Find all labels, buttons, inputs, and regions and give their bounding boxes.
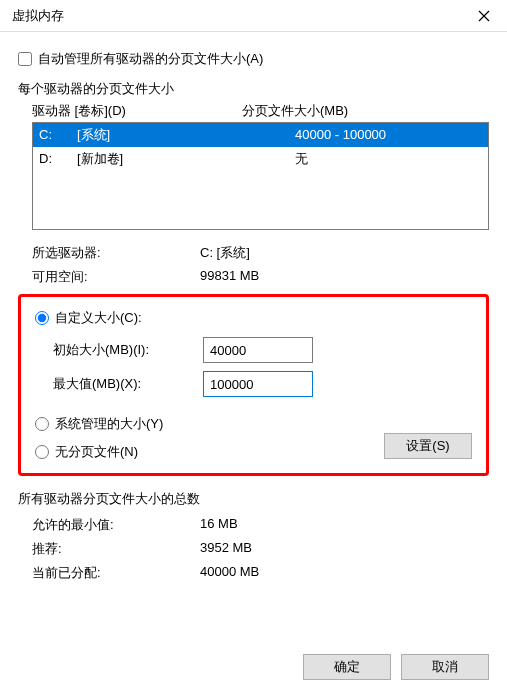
drive-label: [新加卷] (77, 149, 295, 169)
drive-page-size: 无 (295, 149, 482, 169)
dialog-button-row: 确定 取消 (0, 640, 507, 694)
drive-row[interactable]: C:[系统]40000 - 100000 (33, 123, 488, 147)
initial-size-input[interactable] (203, 337, 313, 363)
selected-drive-value: C: [系统] (200, 244, 489, 262)
auto-manage-label: 自动管理所有驱动器的分页文件大小(A) (38, 50, 263, 68)
drive-page-size: 40000 - 100000 (295, 125, 482, 145)
close-icon (478, 10, 490, 22)
summary-rec-value: 3952 MB (200, 540, 252, 558)
max-size-input[interactable] (203, 371, 313, 397)
ok-button[interactable]: 确定 (303, 654, 391, 680)
titlebar: 虚拟内存 (0, 0, 507, 32)
summary-cur-label: 当前已分配: (32, 564, 200, 582)
cancel-button[interactable]: 取消 (401, 654, 489, 680)
auto-manage-input[interactable] (18, 52, 32, 66)
available-label: 可用空间: (32, 268, 200, 286)
system-managed-radio[interactable]: 系统管理的大小(Y) (35, 415, 472, 433)
summary-min-label: 允许的最小值: (32, 516, 200, 534)
available-value: 99831 MB (200, 268, 489, 286)
summary-rec-label: 推荐: (32, 540, 200, 558)
drive-list[interactable]: C:[系统]40000 - 100000D:[新加卷]无 (32, 122, 489, 230)
custom-size-radio[interactable]: 自定义大小(C): (35, 309, 472, 327)
close-button[interactable] (461, 0, 507, 32)
per-drive-label: 每个驱动器的分页文件大小 (18, 80, 489, 98)
drive-list-header: 驱动器 [卷标](D) 分页文件大小(MB) (32, 102, 489, 120)
header-page: 分页文件大小(MB) (242, 102, 489, 120)
max-size-label: 最大值(MB)(X): (53, 375, 203, 393)
header-drive: 驱动器 [卷标](D) (32, 102, 242, 120)
drive-row[interactable]: D:[新加卷]无 (33, 147, 488, 171)
initial-size-label: 初始大小(MB)(I): (53, 341, 203, 359)
custom-size-group: 自定义大小(C): 初始大小(MB)(I): 最大值(MB)(X): 系统管理的… (18, 294, 489, 476)
drive-letter: D: (39, 149, 77, 169)
custom-size-label: 自定义大小(C): (55, 309, 142, 327)
no-page-input[interactable] (35, 445, 49, 459)
custom-radio-input[interactable] (35, 311, 49, 325)
summary-min-value: 16 MB (200, 516, 238, 534)
summary-cur-value: 40000 MB (200, 564, 259, 582)
no-page-label: 无分页文件(N) (55, 443, 138, 461)
summary-title: 所有驱动器分页文件大小的总数 (18, 490, 489, 508)
window-title: 虚拟内存 (12, 7, 64, 25)
drive-letter: C: (39, 125, 77, 145)
auto-manage-checkbox[interactable]: 自动管理所有驱动器的分页文件大小(A) (18, 50, 489, 68)
selected-drive-label: 所选驱动器: (32, 244, 200, 262)
system-managed-input[interactable] (35, 417, 49, 431)
system-managed-label: 系统管理的大小(Y) (55, 415, 163, 433)
drive-label: [系统] (77, 125, 295, 145)
set-button[interactable]: 设置(S) (384, 433, 472, 459)
